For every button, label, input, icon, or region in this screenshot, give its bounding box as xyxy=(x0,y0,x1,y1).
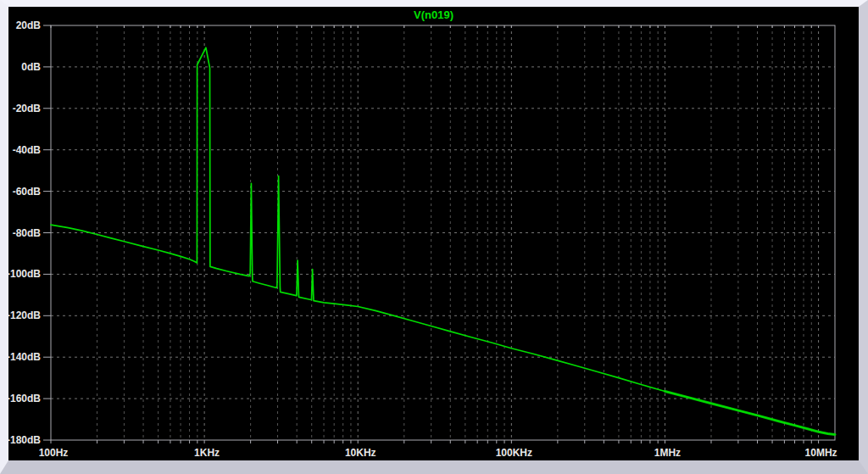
y-axis-label: 0dB xyxy=(21,61,41,73)
x-axis-label: 1KHz xyxy=(194,447,220,459)
y-axis-label: -80dB xyxy=(13,227,42,239)
y-axis-label: -140dB xyxy=(8,351,41,363)
trace-legend[interactable]: V(n019) xyxy=(8,8,859,21)
x-axis-label: 1MHz xyxy=(654,447,681,459)
y-axis-label: -60dB xyxy=(13,186,42,198)
y-axis-label: -160dB xyxy=(8,393,41,404)
trace-v-n019-[interactable] xyxy=(51,47,835,434)
plot-window: V(n019) 20dB0dB-20dB-40dB-60dB-80dB-100d… xyxy=(0,0,868,474)
x-axis-label: 100KHz xyxy=(496,447,532,459)
x-axis-label: 10MHz xyxy=(805,447,837,459)
fft-chart[interactable]: 20dB0dB-20dB-40dB-60dB-80dB-100dB-120dB-… xyxy=(8,7,859,460)
y-axis-label: -100dB xyxy=(8,268,41,280)
trace-noise-tail xyxy=(665,392,836,435)
y-axis-label: -180dB xyxy=(8,434,41,446)
x-axis-label: 100Hz xyxy=(39,447,69,459)
y-axis-label: -120dB xyxy=(8,309,41,321)
y-axis-label: -20dB xyxy=(13,103,42,114)
y-axis-label: 20dB xyxy=(16,20,42,31)
y-axis-label: -40dB xyxy=(13,144,42,156)
x-axis-label: 10KHz xyxy=(345,447,376,459)
plot-area[interactable]: V(n019) 20dB0dB-20dB-40dB-60dB-80dB-100d… xyxy=(8,7,859,460)
